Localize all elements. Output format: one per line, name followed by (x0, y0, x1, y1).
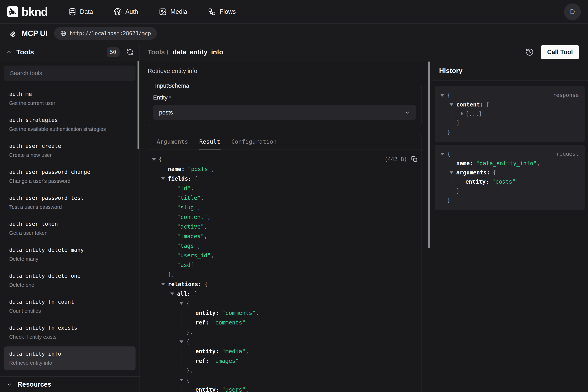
required-mark: * (169, 95, 171, 101)
json-key: ref: (196, 319, 209, 326)
mcp-bar: MCP UI http://localhost:28623/mcp (0, 24, 588, 43)
tools-list: auth_meGet the current userauth_strategi… (0, 61, 140, 376)
json-string: "title" (177, 194, 200, 201)
json-row: "tags", (152, 241, 421, 250)
brand-logo[interactable]: bknd (7, 5, 48, 18)
json-row: } (440, 128, 579, 137)
tool-desc: Test a user's password (9, 204, 130, 210)
tool-list-item-auth_me[interactable]: auth_meGet the current user (4, 87, 136, 110)
caret-down-icon[interactable] (161, 283, 168, 286)
tool-list-item-data_entity_delete_one[interactable]: data_entity_delete_oneDelete one (4, 268, 136, 292)
caret-down-icon[interactable] (152, 158, 159, 161)
sidebar-scrollbar[interactable] (138, 61, 139, 149)
json-row: { (440, 150, 579, 159)
caret-down-icon[interactable] (180, 340, 186, 343)
json-string: "tags" (177, 242, 197, 249)
indent-guide (451, 109, 451, 118)
tool-name: data_entity_fn_count (9, 298, 130, 305)
history-icon[interactable] (526, 48, 534, 56)
tools-title: Tools (16, 48, 34, 56)
history-entry-response[interactable]: response{content:[{...}]} (435, 86, 585, 142)
indent-guide (181, 385, 182, 392)
chevron-up-icon[interactable] (6, 49, 12, 55)
json-row: { (152, 298, 421, 308)
tab-arguments[interactable]: Arguments (151, 133, 194, 149)
tool-list-item-auth_user_password_test[interactable]: auth_user_password_testTest a user's pas… (4, 190, 136, 214)
tab-configuration[interactable]: Configuration (226, 133, 282, 149)
nav-item-auth[interactable]: Auth (114, 8, 138, 16)
tab-result[interactable]: Result (194, 133, 226, 149)
tool-list-item-data_entity_fn_count[interactable]: data_entity_fn_countCount entities (4, 294, 136, 318)
caret-down-icon[interactable] (440, 94, 447, 97)
json-row: entity:"posts" (440, 177, 579, 186)
indent-guide (163, 289, 163, 392)
main-scrollbar[interactable] (428, 62, 430, 248)
tool-list-item-data_entity_info[interactable]: data_entity_infoRetrieve entity info (4, 346, 136, 370)
resources-section-header[interactable]: Resources (0, 376, 140, 392)
tool-list-item-auth_strategies[interactable]: auth_strategiesGet the available authent… (4, 113, 136, 136)
indent-guide (163, 184, 163, 270)
user-avatar[interactable]: D (564, 4, 581, 20)
caret-down-icon[interactable] (180, 302, 186, 305)
nav-item-label: Flows (219, 8, 236, 16)
json-row: ref:"images" (152, 356, 421, 366)
caret-right-icon[interactable] (459, 112, 465, 116)
tool-name: auth_user_password_change (9, 169, 130, 176)
server-url-pill[interactable]: http://localhost:28623/mcp (54, 27, 157, 40)
nav-item-media[interactable]: Media (159, 8, 187, 16)
json-punct: , (200, 194, 204, 201)
tool-name: auth_me (9, 91, 130, 98)
json-row: ], (152, 270, 421, 279)
caret-down-icon[interactable] (440, 153, 447, 156)
json-row: entity:"comments", (152, 308, 421, 318)
tool-list-item-auth_user_password_change[interactable]: auth_user_password_changeChange a user's… (4, 165, 136, 188)
json-key: relations: (168, 281, 201, 288)
json-string: "users_id" (177, 252, 211, 259)
json-punct: } (447, 129, 450, 136)
json-punct: , (245, 386, 249, 392)
indent-guide (181, 346, 182, 366)
json-row: "active", (152, 222, 421, 231)
caret-down-icon[interactable] (161, 178, 168, 180)
json-punct: {...} (465, 110, 482, 117)
caret-down-icon[interactable] (170, 292, 177, 295)
json-key: ref: (196, 358, 209, 364)
tool-desc: Delete one (9, 282, 130, 288)
search-input[interactable] (9, 70, 130, 77)
nav-item-data[interactable]: Data (68, 8, 93, 16)
json-row: all:[ (152, 289, 421, 298)
nav-item-flows[interactable]: Flows (208, 8, 236, 16)
entity-select[interactable]: posts (153, 105, 416, 120)
entity-field-label: Entity * (153, 94, 416, 101)
nav-item-label: Data (80, 8, 93, 16)
tool-desc: Get the current user (9, 100, 130, 106)
chevron-down-icon (404, 110, 410, 116)
caret-down-icon[interactable] (180, 379, 186, 382)
json-row: } (440, 196, 579, 204)
result-box: ArgumentsResultConfiguration (442 B) (148, 133, 422, 392)
json-key: all: (177, 290, 191, 297)
caret-down-icon[interactable] (449, 103, 456, 106)
tool-name: auth_user_create (9, 143, 130, 150)
tool-list-item-auth_user_create[interactable]: auth_user_createCreate a new user (4, 139, 136, 162)
history-entry-request[interactable]: request{name:"data_entity_info",argument… (435, 145, 585, 210)
call-tool-button[interactable]: Call Tool (541, 45, 579, 59)
tool-desc: Change a user's password (9, 178, 130, 184)
json-punct: ], (168, 271, 175, 278)
tool-list-item-data_entity_fn_exists[interactable]: data_entity_fn_existsCheck if entity exi… (4, 320, 136, 344)
json-string: "data_entity_info" (476, 160, 537, 167)
mcp-logo-icon (9, 29, 17, 38)
json-row: "content", (152, 212, 421, 222)
tool-list-item-auth_user_token[interactable]: auth_user_tokenGet a user token (4, 216, 136, 240)
breadcrumb-section[interactable]: Tools (148, 48, 165, 56)
json-string: "comments" (222, 310, 256, 316)
json-punct: , (537, 160, 540, 167)
json-string: "id" (177, 185, 191, 192)
tool-name: data_entity_info (9, 350, 130, 357)
tool-list-item-data_entity_delete_many[interactable]: data_entity_delete_manyDelete many (4, 242, 136, 266)
tool-desc: Get the available authentication strateg… (9, 126, 130, 132)
json-string: "posts" (492, 178, 516, 185)
refresh-icon[interactable] (127, 49, 134, 56)
caret-down-icon[interactable] (449, 171, 456, 174)
tool-desc: Delete many (9, 256, 130, 262)
